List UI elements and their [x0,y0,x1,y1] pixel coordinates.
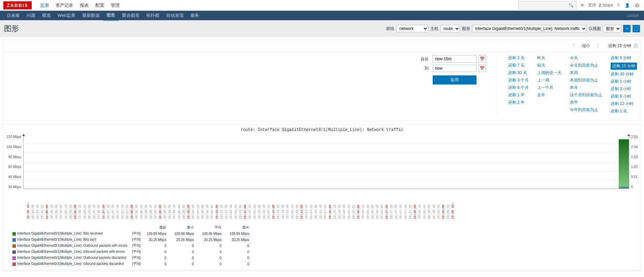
chart-plot[interactable] [23,135,629,189]
sub-nav-0[interactable]: 仪表板 [3,10,23,21]
marker-left-icon [22,134,25,136]
time-shortcut[interactable]: 上一周 [537,77,561,83]
time-shortcuts: 还剩 2 天还剩 7 天还剩 30 天还剩 3 个月还剩 6 个月还剩 1 年还… [496,55,637,114]
y-axis-left: 120 Mbps100 Mbps80 Mbps60 Mbps40 Mbps20 … [6,135,23,189]
graph-label: 图形 [462,26,470,32]
sub-nav-4[interactable]: 最新数据 [79,10,103,21]
zoom-out-button[interactable]: 缩小 [579,42,593,50]
main-nav-0[interactable]: 监测 [37,0,52,11]
time-shortcut[interactable]: 本周 [570,70,602,76]
sub-nav-6[interactable]: 聚合图形 [119,10,143,21]
sub-nav-2[interactable]: 概览 [39,10,54,21]
time-shortcut[interactable]: 还剩 2 年 [508,100,529,105]
time-shortcut[interactable]: 今天 [570,55,602,61]
time-shortcut[interactable]: 还剩 1 天 [611,108,637,114]
time-shortcut[interactable]: 还剩 30 分钟 [611,71,637,77]
user-icon[interactable]: 👤 [623,2,631,9]
time-remaining: 还剩 15 分钟 [608,43,631,49]
main-nav-2[interactable]: 报表 [76,0,92,11]
main-nav: 监测资产记录报表配置管理 [37,0,123,11]
from-calendar-icon[interactable]: 📅 [479,55,486,63]
search-box: 🔍 [518,1,577,9]
bar-bits-received [619,139,629,188]
view-label: 以视图 [589,26,601,32]
main-header: ZABBIX 监测资产记录报表配置管理 🔍 ⟳ 支持 Z Share ? 👤 ⏻ [0,0,644,11]
legend-row: Interface GigabitEthernet0/1(Multiple_Li… [10,261,253,267]
time-shortcut[interactable]: 还剩 3 个月 [508,77,529,83]
to-input[interactable] [433,65,477,72]
time-shortcut[interactable]: 前天 [537,63,561,68]
legend-row: Interface GigabitEthernet0/1(Multiple_Li… [10,231,253,236]
sub-nav: 仪表板问题概览Web监测最新数据图形聚合图形拓扑图自动发现服务zabbix [0,11,644,20]
time-shortcut[interactable]: 今年到目前为止 [570,107,602,113]
fullscreen-button[interactable]: ⛶ [633,25,640,32]
time-shortcut[interactable]: 这个月到目前为止 [570,92,602,98]
bar-bits-sent [619,187,629,188]
sub-nav-8[interactable]: 自动发现 [163,10,187,21]
sub-nav-3[interactable]: Web监测 [54,10,79,21]
marker-right-icon [627,134,630,136]
time-shortcut[interactable]: 还剩 1 小时 [611,79,637,84]
host-label: 主机 [430,26,438,32]
page-header: 图形 群组 network 主机 route 图形 Interface Giga… [0,20,644,37]
time-shortcut[interactable]: 还剩 2 天 [508,55,529,61]
time-shortcut[interactable]: 本年 [570,100,602,105]
time-shortcut[interactable]: 昨天 [537,55,561,61]
sub-nav-9[interactable]: 服务 [187,10,203,21]
time-shortcut[interactable]: 本月 [570,85,602,91]
to-label: 到 [421,66,431,71]
share-link[interactable]: Z Share [599,3,613,8]
graph-select[interactable]: Interface GigabitEthernet0/1(Multiple_Li… [472,25,587,32]
time-shortcut[interactable]: 还剩 3 小时 [611,86,637,92]
power-icon[interactable]: ⏻ [634,2,641,9]
search-icon[interactable]: 🔍 [566,2,576,9]
page-title: 图形 [4,24,19,34]
time-prev-icon[interactable]: 〈 [568,41,578,50]
to-calendar-icon[interactable]: 📅 [479,65,486,72]
time-selector: 〈 缩小 〉 还剩 15 分钟 🕐 自从 📅 到 📅 应用 还剩 2 天还剩 7… [3,40,641,121]
search-input[interactable] [519,1,566,9]
time-next-icon[interactable]: 〉 [594,41,604,50]
time-shortcut[interactable]: 去年 [537,92,561,98]
sub-nav-1[interactable]: 问题 [23,10,39,21]
time-shortcut[interactable]: 还剩 15 分钟 [611,63,637,70]
view-select[interactable]: 图形 [603,25,621,32]
help-icon[interactable]: ? [616,2,621,9]
refresh-icon[interactable]: ⟳ [579,2,585,9]
legend-row: Interface GigabitEthernet0/1(Multiple_Li… [10,255,253,261]
time-shortcut[interactable]: 上周的这一天 [537,70,561,76]
time-shortcut[interactable]: 还剩 1 年 [508,92,529,98]
main-nav-3[interactable]: 配置 [92,0,108,11]
time-shortcut[interactable]: 还剩 6 个月 [508,85,529,91]
legend-row: Interface GigabitEthernet0/1(Multiple_Li… [10,243,253,248]
apply-button[interactable]: 应用 [433,75,477,84]
favorite-button[interactable]: ☆ [623,25,631,32]
host-select[interactable]: route [440,25,460,32]
graph-title: route: Interface GigabitEthernet0/1(Mult… [6,128,638,132]
logo[interactable]: ZABBIX [3,1,32,9]
time-shortcut[interactable]: 上一个月 [537,85,561,91]
time-shortcut[interactable]: 还剩 5 分钟 [611,55,637,61]
legend-row: Interface GigabitEthernet0/1(Multiple_Li… [10,237,253,242]
sub-nav-5[interactable]: 图形 [103,10,119,21]
time-shortcut[interactable]: 还剩 12 小时 [611,101,637,107]
main-nav-4[interactable]: 管理 [108,0,123,11]
clock-icon[interactable]: 🕐 [633,43,638,48]
x-axis: 10-28 10:3410:34:3010:34:4010:34:5010:35… [27,202,624,219]
support-link[interactable]: 支持 [588,2,596,8]
legend-row: Interface GigabitEthernet0/1(Multiple_Li… [10,249,253,254]
sub-nav-7[interactable]: 拓扑图 [143,10,163,21]
time-shortcut[interactable]: 今天到目前为止 [570,63,602,68]
time-shortcut[interactable]: 本周到目前为止 [570,77,602,83]
time-shortcut[interactable]: 还剩 6 小时 [611,94,637,99]
group-label: 群组 [386,26,394,32]
sub-nav-right: zabbix [627,13,641,18]
time-shortcut[interactable]: 还剩 7 天 [508,63,529,68]
group-select[interactable]: network [396,25,428,32]
from-label: 自从 [421,56,431,62]
main-nav-1[interactable]: 资产记录 [52,0,76,11]
graph-panel: route: Interface GigabitEthernet0/1(Mult… [3,124,641,271]
time-shortcut[interactable]: 还剩 30 天 [508,70,529,76]
from-input[interactable] [433,55,477,63]
legend-table: 最新最小平均最大 Interface GigabitEthernet0/1(Mu… [10,224,254,267]
